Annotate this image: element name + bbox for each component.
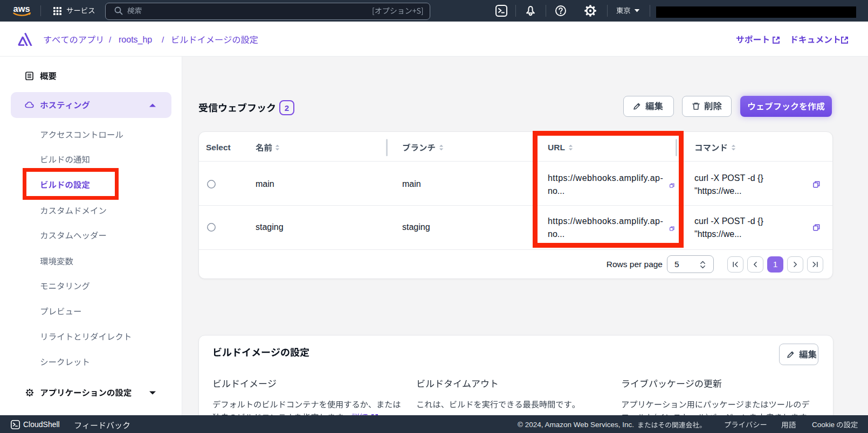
svg-text:aws: aws: [13, 4, 30, 13]
